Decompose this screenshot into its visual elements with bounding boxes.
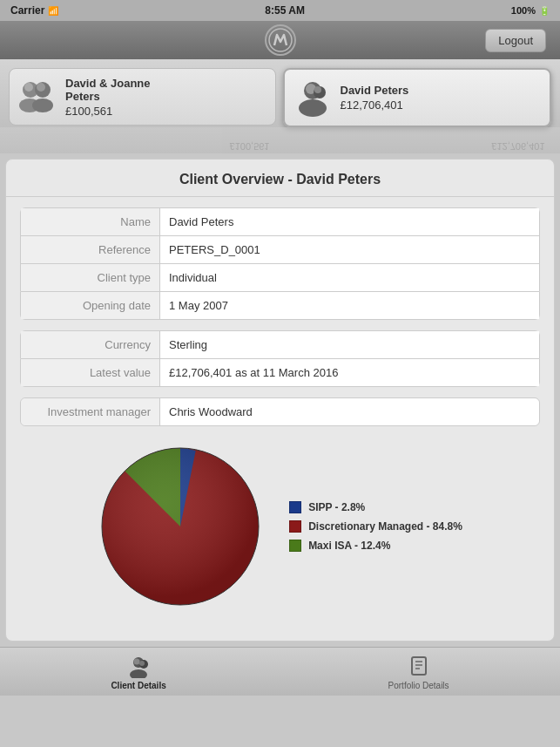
- avatar-1: [17, 76, 58, 118]
- svg-point-16: [134, 658, 140, 664]
- svg-point-6: [32, 98, 53, 112]
- reference-value: PETERS_D_0001: [160, 236, 539, 263]
- opening-date-value: 1 May 2007: [160, 292, 539, 319]
- tab-client-details[interactable]: Client Details: [97, 650, 179, 694]
- pie-chart: [98, 444, 263, 609]
- latest-value-label: Latest value: [21, 359, 160, 386]
- svg-point-17: [130, 669, 147, 678]
- tab-icon-client: [126, 654, 151, 678]
- client-type-value: Individual: [160, 264, 539, 291]
- opening-date-label: Opening date: [21, 292, 160, 319]
- legend-item-isa: Maxi ISA - 12.4%: [289, 540, 462, 552]
- client-type-row: Client type Individual: [20, 263, 540, 291]
- tab-portfolio-details[interactable]: Portfolio Details: [374, 650, 463, 694]
- legend-color-sipp: [289, 501, 301, 513]
- currency-row: Currency Sterling: [20, 330, 540, 358]
- legend-color-isa: [289, 540, 301, 552]
- currency-label: Currency: [21, 331, 160, 358]
- name-row: Name David Peters: [20, 207, 540, 235]
- investment-manager-row: Investment manager Chris Woodward: [20, 397, 540, 426]
- client-type-label: Client type: [21, 264, 160, 291]
- svg-point-9: [299, 99, 327, 117]
- legend-item-disc: Discretionary Managed - 84.8%: [289, 520, 462, 533]
- reference-row: Reference PETERS_D_0001: [20, 235, 540, 263]
- logout-button[interactable]: Logout: [485, 29, 546, 52]
- account-name-2: David Peters: [341, 84, 409, 97]
- reference-label: Reference: [21, 236, 160, 263]
- svg-rect-20: [412, 657, 426, 675]
- card-info-1: David & JoannePeters £100,561: [65, 77, 151, 118]
- section-title: Client Overview - David Peters: [6, 160, 554, 197]
- battery-icon: 🔋: [539, 6, 550, 16]
- carrier-name: Carrier: [10, 4, 44, 17]
- opening-date-row: Opening date 1 May 2007: [20, 291, 540, 320]
- name-value: David Peters: [160, 208, 539, 235]
- nav-bar: Logout: [0, 21, 560, 59]
- account-value-1: £100,561: [65, 105, 151, 118]
- financial-details-group: Currency Sterling Latest value £12,706,4…: [20, 330, 540, 387]
- investment-manager-label: Investment manager: [21, 398, 160, 425]
- personal-details-group: Name David Peters Reference PETERS_D_000…: [20, 207, 540, 320]
- investment-manager-value: Chris Woodward: [160, 398, 539, 425]
- tab-label-portfolio: Portfolio Details: [388, 681, 449, 690]
- legend-color-disc: [289, 520, 301, 533]
- card-info-2: David Peters £12,706,401: [341, 84, 409, 112]
- currency-value: Sterling: [160, 331, 539, 358]
- account-cards-area: David & JoannePeters £100,561 David Pete…: [0, 59, 560, 127]
- name-label: Name: [21, 208, 160, 235]
- reflection-1: £100,561: [9, 127, 277, 153]
- chart-area: SIPP - 2.8% Discretionary Managed - 84.8…: [6, 426, 554, 627]
- avatar-2: [292, 77, 334, 119]
- time-display: 8:55 AM: [265, 4, 305, 17]
- right-status-icons: 100% 🔋: [511, 5, 550, 16]
- tab-bar: Client Details Portfolio Details: [0, 647, 560, 696]
- tab-icon-portfolio: [407, 654, 431, 678]
- legend-label-disc: Discretionary Managed - 84.8%: [308, 520, 462, 533]
- svg-point-13: [102, 448, 259, 605]
- carrier-text: Carrier 📶: [10, 4, 58, 17]
- tab-label-client: Client Details: [111, 681, 165, 690]
- chart-legend: SIPP - 2.8% Discretionary Managed - 84.8…: [289, 501, 462, 552]
- wifi-icon: 📶: [48, 6, 58, 16]
- latest-value-row: Latest value £12,706,401 as at 11 March …: [20, 358, 540, 387]
- battery-text: 100%: [511, 5, 536, 16]
- svg-point-11: [314, 86, 321, 93]
- main-content: Client Overview - David Peters Name Davi…: [5, 159, 555, 642]
- cards-reflection: £100,561 £12,706,401: [0, 127, 560, 153]
- svg-point-4: [37, 83, 45, 92]
- legend-label-sipp: SIPP - 2.8%: [308, 501, 365, 513]
- account-value-2: £12,706,401: [341, 98, 409, 112]
- legend-item-sipp: SIPP - 2.8%: [289, 501, 462, 513]
- svg-point-19: [139, 661, 145, 666]
- legend-label-isa: Maxi ISA - 12.4%: [308, 540, 390, 552]
- latest-value-value: £12,706,401 as at 11 March 2016: [160, 359, 539, 386]
- account-card-2[interactable]: David Peters £12,706,401: [283, 68, 552, 127]
- reflection-2: £12,706,401: [284, 127, 552, 153]
- account-card-1[interactable]: David & JoannePeters £100,561: [9, 68, 276, 126]
- app-logo: [265, 24, 296, 56]
- svg-point-2: [24, 83, 33, 92]
- account-name-1: David & JoannePeters: [65, 77, 151, 103]
- status-bar: Carrier 📶 8:55 AM 100% 🔋: [0, 0, 560, 21]
